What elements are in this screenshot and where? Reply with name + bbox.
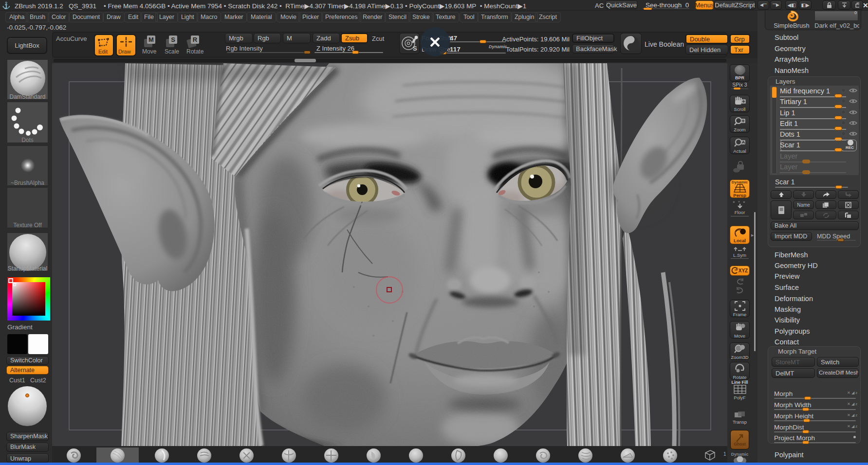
- svg-text:S: S: [413, 45, 417, 52]
